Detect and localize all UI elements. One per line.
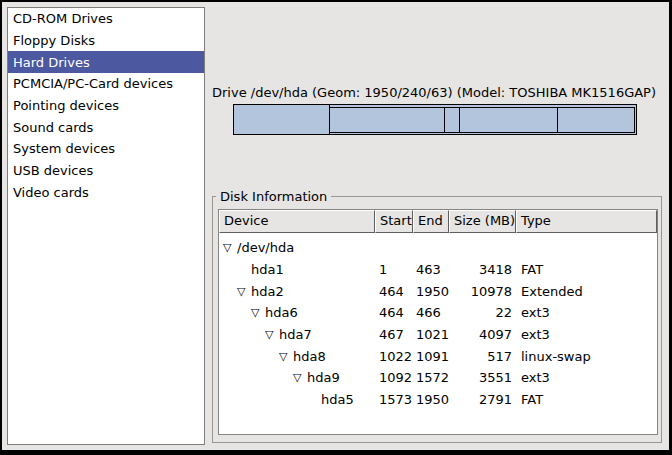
start-cell: 1	[375, 262, 413, 277]
size-cell: 2791	[449, 392, 516, 407]
device-cell: ▽hda6	[219, 305, 375, 320]
sidebar-item-video-cards[interactable]: Video cards	[8, 182, 204, 204]
expander-icon[interactable]: ▽	[223, 242, 237, 253]
expander-icon[interactable]: ▽	[237, 286, 251, 297]
table-row-hda2[interactable]: ▽hda2464195010978Extended	[219, 280, 657, 302]
device-name: hda5	[321, 392, 354, 407]
sidebar-item-sound-cards[interactable]: Sound cards	[8, 116, 204, 138]
hardware-browser-window: CD-ROM DrivesFloppy DisksHard DrivesPCMC…	[2, 2, 669, 450]
sidebar-item-pointing-devices[interactable]: Pointing devices	[8, 95, 204, 117]
disk-table-header: DeviceStartEndSize (MB)Type	[219, 210, 657, 233]
sidebar-item-cd-rom-drives[interactable]: CD-ROM Drives	[8, 8, 204, 30]
size-cell: 4097	[449, 327, 516, 342]
device-name: hda9	[307, 370, 340, 385]
type-cell: linux-swap	[516, 349, 657, 364]
table-row-hda9[interactable]: ▽hda9109215723551ext3	[219, 367, 657, 389]
sidebar-item-floppy-disks[interactable]: Floppy Disks	[8, 30, 204, 52]
sidebar-item-usb-devices[interactable]: USB devices	[8, 160, 204, 182]
type-cell: ext3	[516, 370, 657, 385]
expander-icon[interactable]: ▽	[293, 372, 307, 383]
column-header-start[interactable]: Start	[375, 210, 413, 233]
expander-icon[interactable]: ▽	[265, 329, 279, 340]
device-category-list: CD-ROM DrivesFloppy DisksHard DrivesPCMC…	[7, 7, 205, 445]
tree-indent	[223, 399, 307, 400]
end-cell: 1950	[413, 392, 449, 407]
tree-indent	[223, 377, 293, 378]
device-name: hda8	[293, 349, 326, 364]
device-name: hda2	[251, 284, 284, 299]
primary-partition-segment	[234, 105, 330, 134]
device-cell: ▽/dev/hda	[219, 240, 375, 255]
end-cell: 466	[413, 305, 449, 320]
sidebar-item-pcmcia-pc-card-devices[interactable]: PCMCIA/PC-Card devices	[8, 73, 204, 95]
device-cell: ▽hda8	[219, 349, 375, 364]
device-name: hda7	[279, 327, 312, 342]
device-cell: hda1	[219, 262, 375, 277]
size-cell: 10978	[449, 284, 516, 299]
disk-information-table: DeviceStartEndSize (MB)Type ▽/dev/hdahda…	[218, 209, 658, 435]
column-header-end[interactable]: End	[413, 210, 449, 233]
start-cell: 1092	[375, 370, 413, 385]
disk-information-groupbox: Disk Information DeviceStartEndSize (MB)…	[212, 196, 662, 443]
size-cell: 517	[449, 349, 516, 364]
tree-indent	[223, 334, 265, 335]
partition-divider	[557, 108, 558, 132]
start-cell: 1573	[375, 392, 413, 407]
end-cell: 1021	[413, 327, 449, 342]
start-cell: 1022	[375, 349, 413, 364]
disk-table-body: ▽/dev/hdahda114633418FAT▽hda246419501097…	[219, 233, 657, 411]
device-name: hda6	[265, 305, 298, 320]
start-cell: 464	[375, 284, 413, 299]
table-row-hda7[interactable]: ▽hda746710214097ext3	[219, 324, 657, 346]
device-cell: ▽hda7	[219, 327, 375, 342]
end-cell: 1950	[413, 284, 449, 299]
end-cell: 463	[413, 262, 449, 277]
tree-indent	[223, 269, 237, 270]
device-cell: ▽hda2	[219, 284, 375, 299]
type-cell: ext3	[516, 305, 657, 320]
start-cell: 464	[375, 305, 413, 320]
partition-divider	[444, 108, 445, 132]
device-name: /dev/hda	[237, 240, 294, 255]
extended-partition-box	[329, 107, 635, 133]
column-header-size-mb[interactable]: Size (MB)	[449, 210, 516, 233]
end-cell: 1572	[413, 370, 449, 385]
sidebar-item-hard-drives[interactable]: Hard Drives	[8, 51, 204, 73]
expander-icon[interactable]: ▽	[279, 351, 293, 362]
device-cell: ▽hda9	[219, 370, 375, 385]
table-row-hda5[interactable]: hda5157319502791FAT	[219, 389, 657, 411]
start-cell: 467	[375, 327, 413, 342]
partition-bar	[233, 104, 637, 135]
column-header-device[interactable]: Device	[219, 210, 375, 233]
tree-indent	[223, 312, 251, 313]
tree-indent	[223, 356, 279, 357]
column-header-type[interactable]: Type	[516, 210, 657, 233]
tree-indent	[223, 291, 237, 292]
table-row-hda6[interactable]: ▽hda646446622ext3	[219, 302, 657, 324]
expander-icon[interactable]: ▽	[251, 307, 265, 318]
device-name: hda1	[251, 262, 284, 277]
sidebar-item-system-devices[interactable]: System devices	[8, 138, 204, 160]
type-cell: ext3	[516, 327, 657, 342]
table-row-hda1[interactable]: hda114633418FAT	[219, 259, 657, 281]
size-cell: 22	[449, 305, 516, 320]
type-cell: Extended	[516, 284, 657, 299]
size-cell: 3418	[449, 262, 516, 277]
device-cell: hda5	[219, 392, 375, 407]
end-cell: 1091	[413, 349, 449, 364]
type-cell: FAT	[516, 392, 657, 407]
size-cell: 3551	[449, 370, 516, 385]
disk-information-label: Disk Information	[216, 189, 331, 204]
drive-title: Drive /dev/hda (Geom: 1950/240/63) (Mode…	[202, 85, 666, 100]
partition-divider	[459, 108, 460, 132]
table-row-dev-hda[interactable]: ▽/dev/hda	[219, 237, 657, 259]
table-row-hda8[interactable]: ▽hda810221091517linux-swap	[219, 345, 657, 367]
type-cell: FAT	[516, 262, 657, 277]
